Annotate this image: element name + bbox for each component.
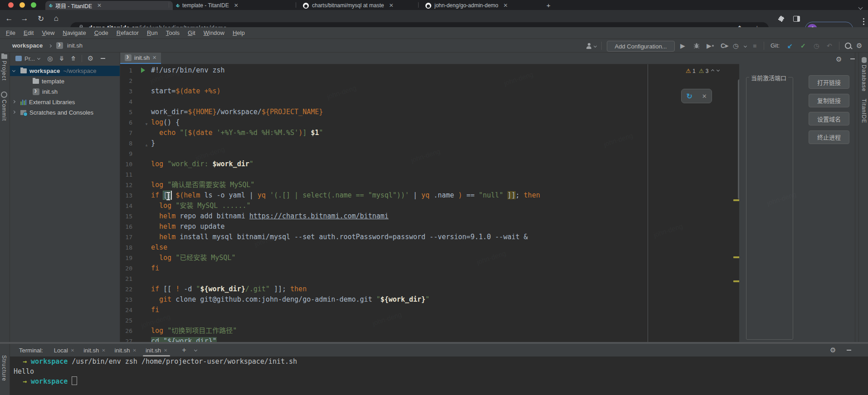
- terminal-dropdown-chevron-icon[interactable]: [194, 348, 197, 351]
- code-line-2[interactable]: 2: [120, 76, 738, 86]
- stop-button[interactable]: ■: [753, 41, 756, 51]
- close-tab-icon[interactable]: ✕: [234, 2, 239, 9]
- git-commit-check-icon[interactable]: ✓: [800, 41, 806, 51]
- code-line-24[interactable]: 24fi: [120, 305, 738, 315]
- close-tab-icon[interactable]: ✕: [97, 2, 102, 9]
- macos-zoom-button[interactable]: [31, 2, 36, 8]
- code-line-17[interactable]: 17 helm install mysql bitnami/mysql --se…: [120, 232, 738, 242]
- profiler-icon[interactable]: C▶: [721, 41, 728, 51]
- macos-minimize-button[interactable]: [20, 2, 25, 8]
- search-everywhere-icon[interactable]: [845, 41, 851, 51]
- terminal-tab-init-sh[interactable]: init.sh✕: [79, 344, 110, 356]
- close-tab-icon[interactable]: ✕: [102, 348, 105, 353]
- browser-menu-icon[interactable]: [858, 10, 868, 27]
- tree-item-init-sh[interactable]: init.sh: [10, 87, 120, 97]
- close-tab-icon[interactable]: ✕: [152, 55, 156, 61]
- close-tab-icon[interactable]: ✕: [133, 348, 137, 353]
- run-button[interactable]: ▶: [680, 41, 685, 51]
- panel-settings-gear-icon[interactable]: ⚙: [836, 55, 842, 63]
- menu-git[interactable]: Git: [184, 29, 200, 36]
- port-action-button-3[interactable]: 设置域名: [809, 112, 849, 125]
- tool-button-commit[interactable]: Commit: [1, 92, 7, 121]
- locate-file-icon[interactable]: ◎: [47, 55, 53, 62]
- run-line-icon[interactable]: [141, 67, 145, 73]
- home-button[interactable]: ⌂: [51, 10, 62, 27]
- git-rollback-icon[interactable]: ↶: [827, 41, 832, 51]
- menu-tools[interactable]: Tools: [162, 29, 184, 36]
- code-line-8[interactable]: 8▵}: [120, 138, 738, 149]
- menu-run[interactable]: Run: [143, 29, 162, 36]
- run-with-coverage-icon[interactable]: ▶: [707, 41, 714, 51]
- project-view-selector[interactable]: Pr...: [24, 55, 35, 62]
- ide-settings-gear-icon[interactable]: ⚙: [856, 41, 862, 51]
- tree-item-workspace[interactable]: workspace~/workspace: [10, 66, 120, 76]
- expand-all-icon[interactable]: ⤋: [59, 55, 64, 62]
- browser-tab[interactable]: ‹t›template - TitanIDE✕: [172, 1, 300, 10]
- browser-tab[interactable]: charts/bitnami/mysql at maste✕: [299, 1, 425, 10]
- menu-window[interactable]: Window: [200, 29, 229, 36]
- menu-code[interactable]: Code: [90, 29, 112, 36]
- tree-chevron-icon[interactable]: [12, 111, 15, 114]
- collapse-all-icon[interactable]: ⤊: [71, 55, 76, 62]
- code-line-21[interactable]: 21: [120, 274, 738, 284]
- breadcrumb-file[interactable]: init.sh: [67, 42, 83, 49]
- tree-item-scratches-and-consoles[interactable]: Scratches and Consoles: [10, 107, 120, 118]
- back-button[interactable]: ←: [4, 10, 15, 27]
- menu-view[interactable]: View: [38, 29, 59, 36]
- code-editor[interactable]: 1#!/usr/bin/env zsh23start=$(date +%s)45…: [120, 65, 738, 343]
- reload-button[interactable]: ↻: [35, 10, 46, 27]
- code-line-7[interactable]: 7 echo "[$(date '+%Y-%m-%d %H:%M.%S')] $…: [120, 128, 738, 138]
- tool-button-titanide[interactable]: TitanIDE: [861, 99, 867, 123]
- tree-item-template[interactable]: template: [10, 76, 120, 87]
- browser-tab[interactable]: ‹t›项目 - TitanIDE✕: [45, 1, 173, 10]
- code-line-22[interactable]: 22if [[ ! -d "${work_dir}/.git" ]]; then: [120, 284, 738, 294]
- menu-edit[interactable]: Edit: [20, 29, 38, 36]
- editor-floating-toolbar[interactable]: ↻ ✕: [681, 89, 712, 103]
- code-line-13[interactable]: 13if [[ $(helm ls -o yaml | yq '(.[] | s…: [120, 190, 738, 201]
- next-issue-chevron-icon[interactable]: [717, 68, 720, 72]
- tree-item-external-libraries[interactable]: External Libraries: [10, 97, 120, 107]
- git-history-clock-icon[interactable]: ◷: [814, 41, 819, 51]
- run-with-history-icon[interactable]: ◷: [733, 41, 738, 51]
- run-dropdown-chevron-icon[interactable]: [744, 41, 746, 51]
- code-line-5[interactable]: 5work_dir=${HOME}/workspace/${PROJECT_NA…: [120, 107, 738, 117]
- inspection-widget[interactable]: ⚠ 1 ⚠ 3: [686, 67, 719, 75]
- code-line-20[interactable]: 20fi: [120, 263, 738, 274]
- terminal-settings-gear-icon[interactable]: ⚙: [830, 346, 836, 354]
- macos-close-button[interactable]: [8, 2, 14, 8]
- terminal-tab-init-sh[interactable]: init.sh✕: [110, 344, 141, 356]
- hide-terminal-icon[interactable]: [847, 350, 851, 351]
- code-line-15[interactable]: 15 helm repo add bitnami https://charts.…: [120, 211, 738, 222]
- side-panel-icon[interactable]: [791, 10, 802, 27]
- code-line-10[interactable]: 10log "work_dir: $work_dir": [120, 159, 738, 169]
- code-line-19[interactable]: 19 log "已经安装 MySQL": [120, 253, 738, 263]
- code-line-11[interactable]: 11: [120, 169, 738, 180]
- editor-tab-init-sh[interactable]: init.sh ✕: [120, 53, 161, 64]
- tool-button-database[interactable]: Database: [861, 57, 867, 92]
- close-tab-icon[interactable]: ✕: [71, 348, 74, 353]
- run-with-profile-icon[interactable]: [586, 41, 596, 51]
- menu-navigate[interactable]: Navigate: [59, 29, 90, 36]
- menu-file[interactable]: File: [2, 29, 20, 36]
- code-line-26[interactable]: 26log "切换到项目工作路径": [120, 326, 738, 336]
- port-action-button-4[interactable]: 终止进程: [809, 130, 849, 144]
- tree-chevron-icon[interactable]: [12, 69, 15, 72]
- code-line-16[interactable]: 16 helm repo update: [120, 222, 738, 232]
- extensions-puzzle-icon[interactable]: [775, 10, 786, 27]
- terminal-output[interactable]: → workspace /usr/bin/env zsh /home/proje…: [10, 356, 868, 395]
- panel-settings-gear-icon[interactable]: ⚙: [88, 54, 93, 63]
- code-line-4[interactable]: 4: [120, 96, 738, 107]
- hide-panel-icon[interactable]: [850, 58, 855, 59]
- code-line-12[interactable]: 12log "确认是否需要安装 MySQL": [120, 180, 738, 190]
- new-terminal-tab-button[interactable]: +: [182, 346, 186, 354]
- git-update-icon[interactable]: ↙: [787, 41, 793, 51]
- hide-panel-icon[interactable]: [101, 58, 105, 59]
- previous-issue-chevron-icon[interactable]: [711, 69, 714, 72]
- browser-tab[interactable]: john-deng/go-admin-demo✕: [422, 1, 548, 10]
- tool-button-project[interactable]: Project: [1, 54, 7, 81]
- code-line-6[interactable]: 6▿log() {: [120, 117, 738, 128]
- terminal-tab-init-sh[interactable]: init.sh✕: [141, 344, 172, 356]
- tool-button-structure[interactable]: Structure: [1, 355, 7, 381]
- code-line-23[interactable]: 23 git clone git@github.com:john-deng/go…: [120, 294, 738, 305]
- add-configuration-button[interactable]: Add Configuration...: [607, 41, 675, 52]
